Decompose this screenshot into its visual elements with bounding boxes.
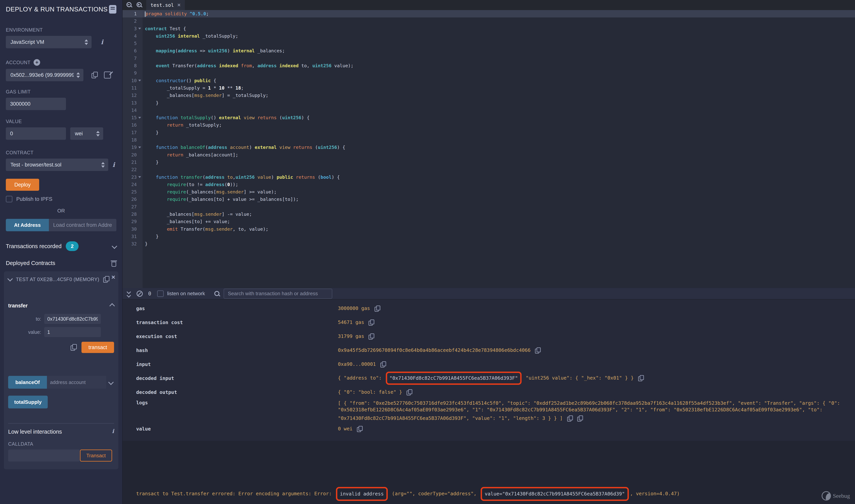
code-line[interactable]: 29 _balances[to] += value; — [123, 218, 855, 225]
transactions-count-badge: 2 — [66, 241, 78, 251]
code-line[interactable]: 18 — [123, 136, 855, 144]
tab-test-sol[interactable]: test.sol × — [146, 0, 185, 10]
terminal-search-input[interactable] — [224, 289, 332, 299]
copy-icon[interactable] — [369, 334, 374, 339]
code-line[interactable]: 9 — [123, 69, 855, 77]
totalsupply-button[interactable]: totalSupply — [8, 396, 48, 409]
error-highlight: value="0x71430Fd8c82cC7b991A8455FC6ea5B3… — [481, 487, 629, 501]
chevron-down-icon[interactable] — [108, 380, 114, 385]
code-line[interactable]: 2 — [123, 17, 855, 25]
code-lines[interactable]: 1pragma solidity ^0.5.0;23contract Test … — [123, 10, 855, 248]
code-line[interactable]: 15 function totalSupply() external view … — [123, 114, 855, 121]
code-line[interactable]: 8 event Transfer(address indexed from, a… — [123, 62, 855, 69]
code-line[interactable]: 16 return _totalSupply; — [123, 121, 855, 129]
code-line[interactable]: 3contract Test { — [123, 25, 855, 32]
publish-ipfs-checkbox[interactable] — [6, 196, 13, 202]
environment-info-icon[interactable]: i — [101, 39, 103, 45]
contract-info-icon[interactable]: i — [112, 162, 115, 168]
copy-icon[interactable] — [577, 415, 583, 421]
copy-icon[interactable] — [380, 361, 386, 367]
deployed-contract-card: × TEST AT 0XE2B...4C5F0 (MEMORY) transfe… — [4, 271, 118, 469]
code-line[interactable]: 4 uint256 internal _totalSupply; — [123, 32, 855, 40]
deploy-button[interactable]: Deploy — [6, 179, 39, 191]
fold-icon[interactable] — [138, 176, 141, 178]
code-line[interactable]: 17 } — [123, 129, 855, 136]
copy-account-icon[interactable] — [91, 72, 98, 78]
environment-select[interactable]: JavaScript VM — [6, 36, 91, 48]
copy-icon[interactable] — [406, 389, 412, 395]
balanceof-button[interactable]: balanceOf — [8, 376, 47, 389]
row-value: 3000000 gas — [338, 305, 855, 312]
listen-network-checkbox[interactable] — [157, 290, 164, 297]
code-line[interactable]: 11 _totalSupply = 1 * 10 ** 18; — [123, 84, 855, 92]
calldata-input[interactable] — [8, 450, 80, 462]
code-line[interactable]: 23 function transfer(address to,uint256 … — [123, 174, 855, 181]
fold-icon[interactable] — [138, 28, 141, 30]
copy-contract-address-icon[interactable] — [103, 276, 109, 283]
code-line[interactable]: 32} — [123, 240, 855, 248]
code-line[interactable]: 13 } — [123, 99, 855, 107]
code-line[interactable]: 20 return _balances[account]; — [123, 151, 855, 159]
gutter: 1 — [123, 10, 143, 17]
edit-account-icon[interactable] — [104, 72, 111, 78]
balanceof-arg-input[interactable] — [47, 376, 106, 389]
close-contract-icon[interactable]: × — [111, 274, 115, 280]
zoom-out-icon[interactable] — [126, 2, 132, 8]
value-input[interactable] — [6, 127, 66, 140]
low-level-info-icon[interactable]: i — [112, 429, 114, 434]
code-line[interactable]: 1pragma solidity ^0.5.0; — [123, 10, 855, 17]
copy-icon[interactable] — [374, 306, 380, 311]
docs-book-icon[interactable] — [109, 5, 116, 14]
transfer-to-input[interactable] — [44, 314, 101, 324]
close-tab-icon[interactable]: × — [177, 2, 180, 8]
transfer-value-input[interactable] — [44, 327, 101, 337]
publish-ipfs-label: Publish to IPFS — [16, 196, 52, 202]
code-line[interactable]: 14 — [123, 107, 855, 114]
clear-contracts-trash-icon[interactable] — [111, 260, 116, 266]
code-line[interactable]: 26 require(_balances[to] + value >= _bal… — [123, 196, 855, 203]
expand-terminal-icon[interactable] — [127, 290, 130, 297]
fold-icon[interactable] — [138, 117, 141, 119]
at-address-input[interactable] — [49, 219, 116, 231]
code-line[interactable]: 6 mapping(address => uint256) internal _… — [123, 47, 855, 54]
code-line[interactable]: 24 require(to != address(0)); — [123, 181, 855, 188]
code-line[interactable]: 12 _balances[msg.sender] = _totalSupply; — [123, 92, 855, 99]
code-line[interactable]: 25 require(_balances[msg.sender] >= valu… — [123, 188, 855, 196]
fold-icon[interactable] — [138, 147, 141, 148]
code-line[interactable]: 28 _balances[msg.sender] -= value; — [123, 211, 855, 218]
value-unit-select[interactable]: wei — [70, 127, 103, 140]
chevron-up-icon[interactable] — [109, 303, 115, 308]
copy-icon[interactable] — [567, 415, 573, 421]
code-line[interactable]: 21 } — [123, 159, 855, 166]
copy-calldata-icon[interactable] — [71, 344, 76, 351]
clear-terminal-icon[interactable] — [137, 291, 143, 297]
chevron-down-icon[interactable] — [112, 244, 117, 249]
gas-limit-input[interactable] — [6, 98, 66, 110]
zoom-in-icon[interactable] — [137, 2, 142, 8]
contract-value: Test - browser/test.sol — [11, 162, 62, 168]
code-line[interactable]: 7 — [123, 55, 855, 62]
fold-icon[interactable] — [138, 80, 141, 82]
gutter: 14 — [123, 107, 143, 114]
copy-icon[interactable] — [535, 347, 541, 354]
code-line[interactable]: 19 function balanceOf(address account) e… — [123, 144, 855, 151]
calldata-label: CALLDATA — [8, 441, 114, 447]
account-select[interactable]: 0x502...993e6 (99.99999999 — [6, 69, 83, 81]
code-line[interactable]: 10 constructor() public { — [123, 77, 855, 84]
code-line[interactable]: 30 emit Transfer(msg.sender, to, value); — [123, 226, 855, 233]
code-line[interactable]: 31 } — [123, 233, 855, 240]
at-address-button[interactable]: At Address — [6, 219, 49, 231]
copy-icon[interactable] — [369, 320, 374, 325]
low-level-transact-button[interactable]: Transact — [80, 450, 112, 462]
code-line[interactable]: 22 — [123, 166, 855, 173]
contract-select[interactable]: Test - browser/test.sol — [6, 159, 108, 171]
add-account-icon[interactable]: + — [34, 59, 40, 66]
chevron-down-icon[interactable] — [7, 276, 13, 282]
value-label: VALUE — [6, 119, 116, 124]
code-line[interactable]: 27 — [123, 203, 855, 211]
copy-icon[interactable] — [638, 375, 644, 381]
code-line[interactable]: 5 — [123, 40, 855, 47]
copy-icon[interactable] — [357, 426, 362, 432]
terminal-row: decoded output{ "0": "bool: false" } — [123, 385, 855, 399]
transact-button[interactable]: transact — [82, 342, 114, 353]
